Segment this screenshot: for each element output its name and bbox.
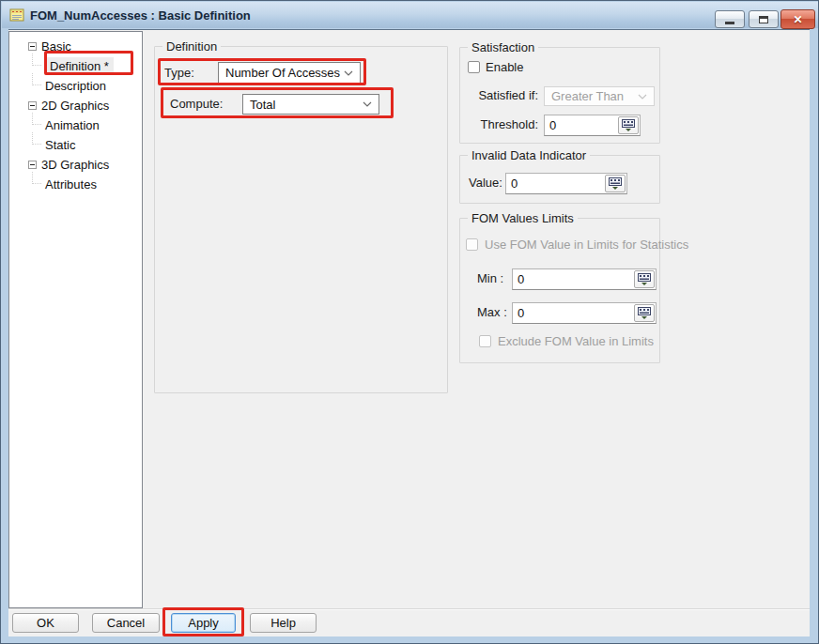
max-field xyxy=(512,302,657,324)
tree-item-description[interactable]: Description xyxy=(32,76,106,95)
title-bar[interactable]: FOM_NumAccesses : Basic Definition xyxy=(2,2,818,28)
tree-item-definition[interactable]: Definition * xyxy=(32,56,114,75)
invalid-value-field xyxy=(505,173,627,194)
apply-button[interactable]: Apply xyxy=(171,613,236,633)
max-units-button[interactable] xyxy=(634,304,655,322)
fom-limits-legend: FOM Values Limits xyxy=(468,211,578,225)
minimize-button[interactable] xyxy=(715,10,745,28)
tree-connector xyxy=(32,113,41,125)
value-label: Value: xyxy=(469,176,502,191)
satisfied-if-dropdown: Greater Than xyxy=(544,86,655,106)
tree-item-3d-graphics[interactable]: 3D Graphics xyxy=(28,155,109,174)
close-icon: ✕ xyxy=(793,13,802,26)
navigation-tree: Basic Definition * Description 2D Graphi… xyxy=(8,31,143,608)
use-fom-value-label: Use FOM Value in Limits for Statistics xyxy=(485,238,688,253)
cancel-button[interactable]: Cancel xyxy=(92,613,160,633)
threshold-input[interactable] xyxy=(545,118,618,132)
collapse-icon[interactable] xyxy=(28,101,37,110)
type-dropdown[interactable]: Number Of Accesses xyxy=(218,62,361,84)
tree-item-label: Static xyxy=(45,138,76,152)
units-keypad-icon xyxy=(638,307,651,319)
units-keypad-icon xyxy=(622,119,635,131)
tree-item-2d-graphics[interactable]: 2D Graphics xyxy=(28,96,109,115)
threshold-units-button[interactable] xyxy=(618,116,639,134)
exclude-fom-value-label: Exclude FOM Value in Limits xyxy=(498,334,654,349)
maximize-button[interactable] xyxy=(749,10,779,28)
compute-dropdown-value: Total xyxy=(250,98,275,112)
maximize-icon xyxy=(759,16,768,23)
threshold-label: Threshold: xyxy=(454,117,538,132)
max-label: Max : xyxy=(477,305,507,320)
tree-item-label: Attributes xyxy=(45,177,97,192)
satisfied-if-label: Satisfied if: xyxy=(454,88,538,103)
units-keypad-icon xyxy=(609,177,622,190)
min-units-button[interactable] xyxy=(634,270,655,288)
tree-item-attributes[interactable]: Attributes xyxy=(32,175,97,193)
tree-connector xyxy=(32,54,41,66)
chevron-down-icon xyxy=(363,101,372,107)
type-label: Type: xyxy=(164,66,194,81)
button-row-divider xyxy=(8,608,810,610)
min-input[interactable] xyxy=(513,272,634,286)
minimize-icon xyxy=(725,22,734,24)
ok-button[interactable]: OK xyxy=(12,613,79,633)
tree-item-static[interactable]: Static xyxy=(32,135,76,154)
exclude-fom-value-checkbox xyxy=(479,335,491,347)
max-input[interactable] xyxy=(513,306,634,320)
tree-connector xyxy=(32,73,41,85)
chevron-down-icon xyxy=(344,70,353,76)
dialog-window: FOM_NumAccesses : Basic Definition ✕ Bas… xyxy=(0,0,819,644)
tree-connector xyxy=(32,132,41,145)
compute-dropdown[interactable]: Total xyxy=(242,94,379,115)
threshold-field xyxy=(544,115,641,136)
tree-item-label: Basic xyxy=(41,39,71,54)
invalid-value-input[interactable] xyxy=(506,176,605,191)
tree-item-animation[interactable]: Animation xyxy=(32,115,100,134)
tree-item-label: Animation xyxy=(45,118,100,132)
chevron-down-icon xyxy=(638,94,647,100)
tree-item-label: Definition * xyxy=(45,57,114,75)
client-area: Basic Definition * Description 2D Graphi… xyxy=(8,29,810,636)
tree-item-label: 2D Graphics xyxy=(41,99,109,113)
tree-connector xyxy=(32,172,41,184)
tree-item-label: 3D Graphics xyxy=(41,158,109,172)
invalid-value-units-button[interactable] xyxy=(605,175,626,192)
units-keypad-icon xyxy=(638,273,651,285)
compute-label: Compute: xyxy=(170,97,223,112)
min-label: Min : xyxy=(477,271,503,286)
tree-item-basic[interactable]: Basic xyxy=(28,37,71,55)
type-dropdown-value: Number Of Accesses xyxy=(225,66,340,80)
tree-item-label: Description xyxy=(45,79,106,93)
close-button[interactable]: ✕ xyxy=(780,9,815,29)
satisfied-if-dropdown-value: Greater Than xyxy=(551,89,624,103)
window-title: FOM_NumAccesses : Basic Definition xyxy=(30,8,251,23)
collapse-icon[interactable] xyxy=(28,42,37,51)
use-fom-value-checkbox xyxy=(466,238,478,251)
collapse-icon[interactable] xyxy=(28,161,37,169)
invalid-data-legend: Invalid Data Indicator xyxy=(468,148,590,162)
fom-document-icon xyxy=(9,8,24,23)
enable-checkbox[interactable] xyxy=(468,61,480,73)
help-button[interactable]: Help xyxy=(250,613,317,633)
min-field xyxy=(512,268,657,290)
satisfaction-legend: Satisfaction xyxy=(468,40,538,54)
definition-legend: Definition xyxy=(162,39,221,54)
enable-label: Enable xyxy=(486,60,523,75)
